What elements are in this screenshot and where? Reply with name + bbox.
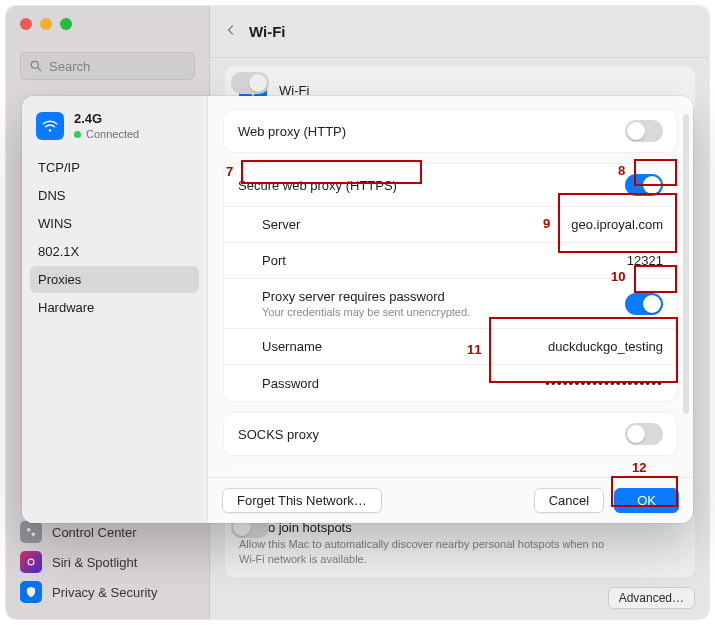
- cancel-button[interactable]: Cancel: [534, 488, 604, 513]
- auth-row: Proxy server requires password Your cred…: [224, 279, 677, 329]
- port-row: Port 12321: [224, 243, 677, 279]
- username-label: Username: [238, 339, 322, 354]
- forget-network-button[interactable]: Forget This Network…: [222, 488, 382, 513]
- port-label: Port: [238, 253, 286, 268]
- server-row: Server geo.iproyal.com: [224, 207, 677, 243]
- https-proxy-row: Secure web proxy (HTTPS): [224, 164, 677, 207]
- socks-proxy-label: SOCKS proxy: [238, 427, 319, 442]
- auth-sublabel: Your credentials may be sent unencrypted…: [238, 306, 470, 318]
- ok-button[interactable]: OK: [614, 488, 679, 513]
- https-proxy-toggle[interactable]: [625, 174, 663, 196]
- network-header: 2.4G Connected: [30, 110, 199, 154]
- sidebar-item-dns[interactable]: DNS: [30, 182, 199, 209]
- socks-proxy-card: SOCKS proxy: [224, 413, 677, 455]
- socks-proxy-toggle[interactable]: [625, 423, 663, 445]
- sidebar-item-hardware[interactable]: Hardware: [30, 294, 199, 321]
- password-label: Password: [238, 376, 319, 391]
- http-proxy-label: Web proxy (HTTP): [238, 124, 346, 139]
- server-field[interactable]: geo.iproyal.com: [571, 217, 663, 232]
- username-field[interactable]: duckduckgo_testing: [548, 339, 663, 354]
- sheet-toolbar: Forget This Network… Cancel OK: [208, 477, 693, 523]
- http-proxy-row: Web proxy (HTTP): [224, 110, 677, 152]
- network-status: Connected: [74, 128, 139, 140]
- username-row: Username duckduckgo_testing: [224, 329, 677, 365]
- sidebar-item-8021x[interactable]: 802.1X: [30, 238, 199, 265]
- proxies-sheet: 2.4G Connected TCP/IP DNS WINS 802.1X Pr…: [22, 96, 693, 523]
- http-proxy-toggle[interactable]: [625, 120, 663, 142]
- svg-point-6: [49, 129, 51, 131]
- https-proxy-label: Secure web proxy (HTTPS): [238, 178, 397, 193]
- sidebar-item-wins[interactable]: WINS: [30, 210, 199, 237]
- socks-proxy-row: SOCKS proxy: [224, 413, 677, 455]
- sheet-main: Web proxy (HTTP) Secure web proxy (HTTPS…: [208, 96, 693, 523]
- server-label: Server: [238, 217, 300, 232]
- http-proxy-card: Web proxy (HTTP): [224, 110, 677, 152]
- scrollbar[interactable]: [683, 114, 689, 414]
- password-field[interactable]: ••••••••••••••••••••: [545, 375, 663, 391]
- network-name: 2.4G: [74, 112, 139, 126]
- https-proxy-card: Secure web proxy (HTTPS) Server geo.ipro…: [224, 164, 677, 401]
- wifi-icon: [36, 112, 64, 140]
- auth-toggle[interactable]: [625, 293, 663, 315]
- auth-label: Proxy server requires password: [238, 289, 470, 304]
- port-field[interactable]: 12321: [627, 253, 663, 268]
- sheet-sidebar: 2.4G Connected TCP/IP DNS WINS 802.1X Pr…: [22, 96, 208, 523]
- sidebar-item-tcpip[interactable]: TCP/IP: [30, 154, 199, 181]
- sidebar-item-proxies[interactable]: Proxies: [30, 266, 199, 293]
- password-row: Password ••••••••••••••••••••: [224, 365, 677, 401]
- proxies-scroll-area: Web proxy (HTTP) Secure web proxy (HTTPS…: [208, 96, 693, 477]
